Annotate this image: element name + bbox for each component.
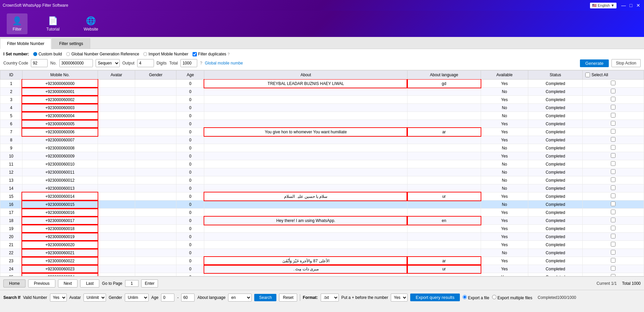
cell-checkbox[interactable] — [583, 265, 644, 273]
cell-checkbox[interactable] — [583, 128, 644, 136]
cell-checkbox[interactable] — [583, 88, 644, 96]
row-checkbox[interactable] — [611, 177, 615, 182]
sequen-select[interactable]: Sequen Random — [96, 59, 120, 67]
output-input[interactable] — [137, 59, 154, 67]
row-checkbox[interactable] — [611, 210, 615, 214]
export-button[interactable]: Export query results — [410, 294, 460, 301]
generate-button[interactable]: Generate — [580, 59, 609, 67]
export-file-option[interactable]: Export a file — [463, 295, 489, 300]
row-checkbox[interactable] — [611, 161, 615, 166]
filter-dup-checkbox[interactable] — [193, 52, 197, 56]
language-selector[interactable]: 🇺🇸 English ▼ — [590, 3, 616, 8]
page-input[interactable] — [125, 280, 139, 287]
filter-duplicates-check[interactable]: Filter duplicates ? — [193, 52, 230, 56]
cell-checkbox[interactable] — [583, 144, 644, 152]
previous-button[interactable]: Previous — [28, 279, 55, 287]
avatar-select[interactable]: Unlimit Yes No — [84, 294, 106, 302]
row-checkbox[interactable] — [611, 218, 615, 222]
about-lang-select[interactable]: en ar ur gd All — [228, 294, 252, 302]
cell-checkbox[interactable] — [583, 112, 644, 120]
age-to-input[interactable] — [181, 294, 195, 302]
row-checkbox[interactable] — [611, 129, 615, 134]
global-mobile-link[interactable]: Global mobile numbe — [205, 61, 243, 65]
radio-custom-build[interactable]: Custom build — [33, 52, 62, 56]
row-checkbox[interactable] — [611, 89, 615, 93]
cell-checkbox[interactable] — [583, 273, 644, 277]
cell-checkbox[interactable] — [583, 96, 644, 104]
put-plus-select[interactable]: Yes No — [391, 294, 408, 302]
cell-checkbox[interactable] — [583, 217, 644, 225]
nav-filter[interactable]: 👤 Filter — [7, 13, 28, 34]
row-checkbox[interactable] — [611, 202, 615, 206]
cell-checkbox[interactable] — [583, 200, 644, 209]
cell-checkbox[interactable] — [583, 209, 644, 217]
cell-checkbox[interactable] — [583, 184, 644, 192]
row-checkbox[interactable] — [611, 234, 615, 238]
cell-checkbox[interactable] — [583, 120, 644, 128]
country-code-input[interactable] — [31, 59, 48, 67]
search-button[interactable]: Search — [254, 294, 276, 301]
row-checkbox[interactable] — [611, 97, 615, 101]
row-checkbox[interactable] — [611, 105, 615, 109]
row-checkbox[interactable] — [611, 113, 615, 118]
last-button[interactable]: Last — [80, 279, 99, 287]
table-row: 24 +923000060023 0 میری ذات مِٹ۔ ur Yes … — [0, 265, 644, 273]
cell-checkbox[interactable] — [583, 257, 644, 265]
tab-filter-settings[interactable]: Filter settings — [52, 38, 90, 49]
radio-import[interactable]: Import Mobile Number — [143, 52, 189, 56]
cell-mobile: +923000060017 — [22, 217, 98, 225]
home-button[interactable]: Home — [3, 279, 25, 287]
row-checkbox[interactable] — [611, 226, 615, 230]
cell-checkbox[interactable] — [583, 160, 644, 168]
row-checkbox[interactable] — [611, 274, 615, 276]
cell-checkbox[interactable] — [583, 152, 644, 160]
select-all-checkbox[interactable] — [585, 73, 590, 77]
tab-filter-mobile[interactable]: Filter Mobile Number — [0, 38, 51, 49]
maximize-button[interactable]: □ — [628, 2, 634, 8]
row-checkbox[interactable] — [611, 266, 615, 271]
enter-button[interactable]: Enter — [141, 279, 158, 287]
nav-tutorial[interactable]: 📄 Tutorial — [41, 13, 65, 34]
cell-status: Completed — [528, 152, 583, 160]
valid-number-select[interactable]: Yes No — [50, 294, 67, 302]
row-checkbox[interactable] — [611, 81, 615, 85]
cell-checkbox[interactable] — [583, 241, 644, 249]
row-checkbox[interactable] — [611, 145, 615, 150]
age-from-input[interactable] — [161, 294, 174, 302]
row-checkbox[interactable] — [611, 258, 615, 263]
stop-action-button[interactable]: Stop Action — [611, 59, 641, 67]
total-input[interactable] — [180, 59, 197, 67]
row-checkbox[interactable] — [611, 185, 615, 190]
nav-website[interactable]: 🌐 Website — [78, 13, 104, 34]
cell-checkbox[interactable] — [583, 80, 644, 88]
row-checkbox[interactable] — [611, 137, 615, 142]
no-input[interactable] — [59, 59, 93, 67]
format-select[interactable]: .txt .csv .xlsx — [321, 294, 339, 302]
cell-avatar — [98, 273, 135, 277]
cell-checkbox[interactable] — [583, 176, 644, 184]
cell-checkbox[interactable] — [583, 233, 644, 241]
cell-checkbox[interactable] — [583, 225, 644, 233]
cell-status: Completed — [528, 136, 583, 144]
row-checkbox[interactable] — [611, 169, 615, 174]
row-checkbox[interactable] — [611, 193, 615, 198]
minimize-button[interactable]: — — [621, 2, 627, 8]
cell-checkbox[interactable] — [583, 249, 644, 257]
row-checkbox[interactable] — [611, 121, 615, 126]
export-file-radio[interactable] — [463, 295, 467, 299]
reset-button[interactable]: Reset — [279, 294, 297, 302]
export-multiple-option[interactable]: Export multiple files — [492, 295, 532, 300]
next-button[interactable]: Next — [58, 279, 78, 287]
cell-about-lang — [407, 168, 481, 176]
cell-checkbox[interactable] — [583, 136, 644, 144]
row-checkbox[interactable] — [611, 250, 615, 255]
export-multiple-radio[interactable] — [492, 295, 496, 299]
row-checkbox[interactable] — [611, 242, 615, 247]
cell-checkbox[interactable] — [583, 104, 644, 112]
cell-checkbox[interactable] — [583, 192, 644, 200]
cell-checkbox[interactable] — [583, 168, 644, 176]
row-checkbox[interactable] — [611, 153, 615, 158]
close-button[interactable]: ✕ — [635, 2, 641, 8]
radio-global-ref[interactable]: Global Number Generation Reference — [66, 52, 139, 56]
gender-select[interactable]: Unlim Male Female — [125, 294, 149, 302]
